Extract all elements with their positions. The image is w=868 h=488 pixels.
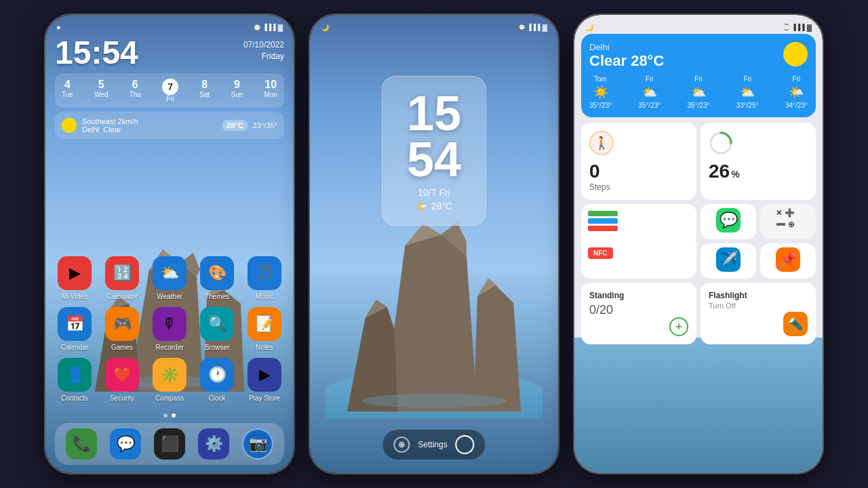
app-calculator-icon: 🔢 (105, 256, 139, 290)
wind-info: Southeast 2km/h (82, 117, 138, 125)
battery-value: 26 (709, 161, 730, 182)
whatsapp-card[interactable]: 💬 (701, 204, 756, 239)
signal-icon: ▐▐▐ (263, 24, 276, 30)
dock-messages[interactable]: 💬 (110, 428, 141, 460)
moon-icon: 🌙 (321, 24, 329, 31)
forecast-0: Tom ☀️ 35°/23° (589, 75, 612, 109)
forecast-2: Fri ⛅ 35°/23° (687, 75, 709, 109)
steps-value: 0 (589, 161, 688, 182)
calc-icon: ✕ ➕ ➖ ⊕ (776, 208, 800, 229)
add-standing-button[interactable]: + (669, 317, 688, 336)
phone-3-screen: 🌙 ⌚ ▐▐▐ ▓ Delhi Clear 28°C (574, 15, 823, 473)
big-clock-hours: 15 (407, 90, 461, 136)
calc-card[interactable]: ✕ ➕ ➖ ⊕ (760, 204, 816, 239)
bat-icon-3: ▓ (807, 24, 812, 31)
dock-home[interactable]: ⬛ (154, 428, 185, 460)
status-right-2: ⌚ ▐▐▐ ▓ (518, 24, 547, 31)
battery-unit: % (731, 169, 739, 180)
cal-day-0: 4 Tue (62, 79, 73, 102)
weather-sun-icon: 🌤️ (416, 201, 427, 211)
app-weather[interactable]: ⛅ Weather (150, 256, 189, 300)
gear-icon (393, 436, 410, 453)
app-calendar[interactable]: 📅 Calendar (55, 307, 94, 351)
deals-card[interactable]: 📌 (760, 243, 816, 279)
app-compass-icon: ✳️ (153, 358, 186, 392)
app-compass[interactable]: ✳️ Compass (150, 358, 189, 402)
flashlight-subtitle: Turn Off (709, 302, 808, 310)
dock-phone[interactable]: 📞 (66, 428, 97, 460)
svg-point-19 (401, 444, 403, 446)
bottom-bar-2: Settings (382, 430, 485, 460)
app-recorder-label: Recorder (155, 344, 183, 351)
cal-day-5: 9 Sun (231, 79, 243, 102)
city-name: Delhi (589, 42, 664, 52)
camera-button[interactable] (456, 435, 475, 454)
battery-icon: ▓ (278, 24, 283, 31)
app-games-icon: 🎮 (105, 307, 139, 341)
app-browser-label: Browser (205, 344, 230, 351)
standing-title: Standing (589, 291, 688, 300)
app-browser[interactable]: 🔍 Browser (197, 307, 237, 351)
app-games[interactable]: 🎮 Games (102, 307, 142, 351)
status-bar-3: 🌙 ⌚ ▐▐▐ ▓ (574, 20, 823, 34)
dot-2 (172, 413, 176, 418)
app-weather-icon: ⛅ (153, 256, 186, 290)
status-bar-2: 🌙 ⌚ ▐▐▐ ▓ (310, 20, 558, 34)
standing-add: + (589, 317, 688, 336)
app-security[interactable]: ❤️ Security (102, 358, 142, 402)
app-themes[interactable]: 🎨 Themes (197, 256, 237, 300)
settings-button[interactable]: Settings (418, 440, 447, 449)
phone-3: 🌙 ⌚ ▐▐▐ ▓ Delhi Clear 28°C (573, 14, 824, 474)
weather-forecast: Tom ☀️ 35°/23° Fri ⛅ 35°/23° Fri ⛅ 35°/2… (589, 75, 808, 109)
cc-bottom-row: Standing 0/20 + Flashlight Turn Off 🔦 (581, 283, 816, 344)
svg-marker-11 (383, 235, 477, 411)
nfc-bar-blue (588, 218, 618, 224)
sig-icon-3: ▐▐▐ (792, 24, 805, 30)
bat-icon: ▓ (542, 24, 547, 31)
cc-metrics-row: 🚶 0 Steps 26 % (581, 123, 816, 200)
cal-day-1: 5 Wed (94, 79, 108, 102)
app-row-3: 👤 Contacts ❤️ Security ✳️ Compass 🕐 Cloc… (55, 358, 284, 402)
app-clock-label: Clock (208, 394, 225, 402)
div-icon: ⊕ (788, 220, 795, 229)
app-calculator[interactable]: 🔢 Calculator (102, 256, 142, 300)
nfc-label: NFC (588, 247, 613, 259)
clock-widget: 15 54 10/7 Fri 🌤️ 28°C (382, 76, 486, 226)
app-clock[interactable]: 🕐 Clock (197, 358, 237, 402)
app-themes-label: Themes (205, 293, 229, 300)
bt-icon-3: ⌚ (783, 24, 790, 30)
app-calculator-label: Calculator (106, 293, 137, 300)
phone-1: ● ⌚ ▐▐▐ ▓ 15:54 07/10/2022 Friday 4 (44, 14, 295, 474)
telegram-icon: ✈️ (716, 247, 741, 272)
app-music[interactable]: 🎵 Music (245, 256, 284, 300)
svg-marker-16 (474, 285, 521, 412)
app-mi-video[interactable]: ▶ Mi Video (55, 256, 94, 300)
app-notes-label: Notes (256, 344, 273, 351)
nfc-card: NFC (581, 204, 696, 279)
app-calendar-label: Calendar (61, 344, 89, 351)
temp-display: 28°C 23°/35° (222, 120, 277, 131)
nfc-bar-red (588, 226, 618, 231)
clock-weather: 🌤️ 28°C (407, 201, 461, 211)
app-notes[interactable]: 📝 Notes (245, 307, 284, 351)
page-dots (163, 413, 176, 418)
app-row-2: 📅 Calendar 🎮 Games 🎙 Recorder 🔍 Browser … (55, 307, 284, 351)
weather-condition: Clear 28°C (589, 52, 664, 70)
app-weather-label: Weather (157, 293, 182, 300)
steps-card: 🚶 0 Steps (581, 123, 696, 200)
bluetooth-icon: ⌚ (253, 24, 261, 31)
flashlight-title: Flashlight (709, 291, 808, 300)
dock-settings[interactable]: ⚙️ (198, 428, 229, 460)
cal-day-6: 10 Mon (264, 79, 277, 102)
dock-camera[interactable]: 📷 (242, 428, 273, 460)
control-center: Delhi Clear 28°C Tom ☀️ 35°/23° Fri ⛅ 35… (581, 34, 816, 348)
app-play-store[interactable]: ▶ Play Store (245, 358, 284, 402)
flashlight-icon: 🔦 (783, 312, 808, 336)
date-display: 07/10/2022 Friday (243, 37, 284, 62)
telegram-card[interactable]: ✈️ (701, 243, 756, 279)
app-contacts[interactable]: 👤 Contacts (55, 358, 94, 402)
app-recorder[interactable]: 🎙 Recorder (150, 307, 189, 351)
app-security-label: Security (110, 394, 134, 402)
phone-2-screen: 🌙 ⌚ ▐▐▐ ▓ 15 54 10/7 Fri 🌤️ 28°C (310, 15, 558, 473)
app-contacts-icon: 👤 (58, 358, 92, 392)
